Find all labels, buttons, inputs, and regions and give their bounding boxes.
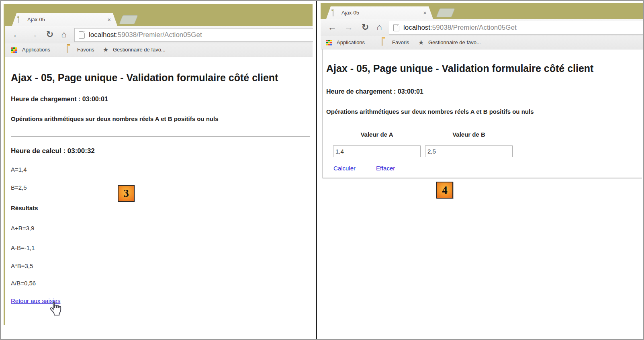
browser-toolbar: ← → ↻ ⌂ localhost:59038/Premier/Action05…: [5, 26, 313, 44]
forward-button[interactable]: →: [27, 28, 39, 41]
bookmark-manager[interactable]: Gestionnaire de favo...: [428, 36, 481, 49]
result-quot: A/B=0,56: [11, 280, 36, 287]
browser-tab[interactable]: Ajax-05 ×: [12, 13, 117, 26]
separator-rule: [11, 136, 310, 137]
bookmarks-bar: Applications Favoris ★ Gestionnaire de f…: [5, 43, 313, 57]
column-header-a: Valeur de A: [333, 131, 421, 138]
load-time-text: Heure de chargement : 03:00:01: [326, 88, 423, 95]
browser-toolbar: ← → ↻ ⌂ localhost:59038/Premier/Action05…: [321, 19, 643, 37]
step-badge-4: 4: [436, 182, 453, 199]
url-path: :59038/Premier/Action05Get: [430, 24, 517, 31]
bookmark-manager[interactable]: Gestionnaire de favo...: [113, 43, 166, 56]
clear-link[interactable]: Effacer: [376, 165, 395, 172]
operations-text: Opérations arithmétiques sur deux nombre…: [326, 108, 534, 115]
reload-button[interactable]: ↻: [44, 28, 56, 41]
tab-close-icon[interactable]: ×: [107, 13, 111, 26]
page-icon: [333, 9, 333, 16]
back-button[interactable]: ←: [326, 21, 338, 34]
folder-icon[interactable]: [67, 45, 67, 53]
tab-close-icon[interactable]: ×: [423, 6, 427, 19]
tab-title: Ajax-05: [341, 6, 359, 19]
result-sum: A+B=3,9: [11, 225, 34, 231]
tab-title: Ajax-05: [27, 13, 45, 26]
result-diff: A-B=-1,1: [11, 244, 35, 251]
value-b-input[interactable]: [425, 145, 513, 157]
value-a-text: A=1,4: [11, 166, 27, 173]
apps-grid-icon[interactable]: [326, 40, 332, 45]
cursor-hand-icon: [48, 301, 63, 317]
calculate-link[interactable]: Calculer: [333, 165, 356, 172]
home-button[interactable]: ⌂: [58, 28, 70, 41]
url-bar[interactable]: localhost:59038/Premier/Action05Get: [389, 21, 644, 35]
folder-icon[interactable]: [382, 38, 382, 46]
bookmark-apps[interactable]: Applications: [22, 43, 50, 56]
url-host: localhost: [403, 24, 430, 31]
page-title: Ajax - 05, Page unique - Validation form…: [326, 63, 593, 74]
url-text: localhost:59038/Premier/Action05Get: [89, 31, 202, 39]
star-icon[interactable]: ★: [103, 43, 108, 56]
forward-button[interactable]: →: [343, 21, 355, 34]
step-badge-3: 3: [118, 185, 135, 202]
result-prod: A*B=3,5: [11, 262, 33, 269]
url-host: localhost: [89, 31, 116, 39]
url-page-icon: [393, 24, 399, 31]
browser-tab[interactable]: Ajax-05 ×: [326, 6, 433, 19]
bookmark-favoris[interactable]: Favoris: [77, 43, 94, 56]
window-left-border: [4, 26, 5, 325]
value-b-text: B=2,5: [11, 184, 27, 191]
reload-button[interactable]: ↻: [359, 21, 371, 34]
url-bar[interactable]: localhost:59038/Premier/Action05Get: [74, 28, 313, 42]
page-icon: [18, 16, 19, 23]
star-icon[interactable]: ★: [418, 36, 424, 49]
calc-time-text: Heure de calcul : 03:00:32: [11, 147, 95, 155]
operations-text: Opérations arithmétiques sur deux nombre…: [11, 115, 219, 122]
back-button[interactable]: ←: [11, 28, 23, 41]
url-path: :59038/Premier/Action05Get: [116, 31, 202, 39]
url-text: localhost:59038/Premier/Action05Get: [403, 24, 517, 32]
home-button[interactable]: ⌂: [373, 21, 385, 34]
content-left-border: [322, 49, 323, 178]
load-time-text: Heure de chargement : 03:00:01: [11, 96, 108, 103]
bookmarks-bar: Applications Favoris ★ Gestionnaire de f…: [321, 36, 643, 49]
panel-divider: [316, 0, 317, 340]
bookmark-apps[interactable]: Applications: [337, 36, 365, 49]
url-page-icon: [79, 31, 85, 39]
page-title: Ajax - 05, Page unique - Validation form…: [11, 72, 278, 84]
column-header-b: Valeur de B: [425, 131, 513, 138]
bookmark-favoris[interactable]: Favoris: [392, 36, 409, 49]
results-heading: Résultats: [11, 205, 38, 211]
apps-grid-icon[interactable]: [11, 47, 17, 53]
value-a-input[interactable]: [333, 145, 421, 157]
separator-rule: [323, 178, 642, 178]
